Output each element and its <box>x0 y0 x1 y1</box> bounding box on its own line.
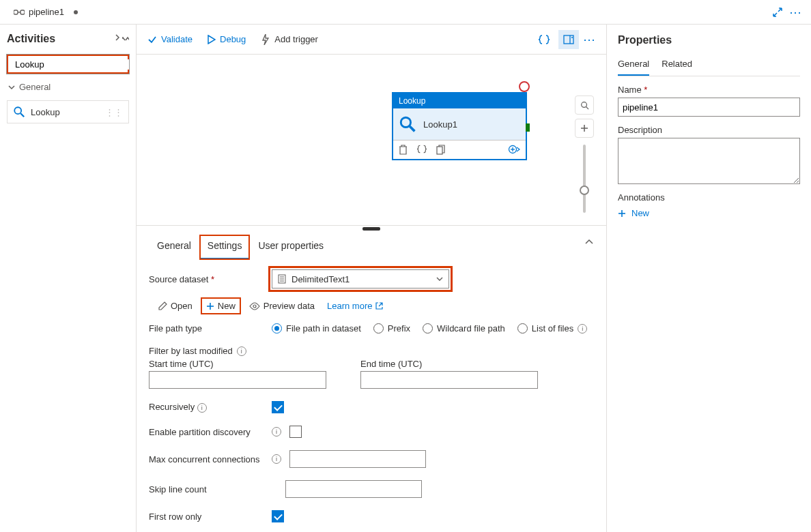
skip-line-input[interactable] <box>285 480 422 498</box>
lookup-activity-node[interactable]: Lookup Lookup1 <box>392 92 527 160</box>
new-dataset-button[interactable]: New <box>202 299 240 313</box>
zoom-thumb[interactable] <box>580 186 589 195</box>
svg-rect-0 <box>14 10 18 14</box>
zoom-in-button[interactable] <box>575 119 594 138</box>
name-label: Name * <box>618 85 800 95</box>
tab-settings[interactable]: Settings <box>199 235 251 260</box>
play-icon <box>208 35 216 44</box>
tab-bar: pipeline1 ⋯ <box>0 0 811 25</box>
lookup-icon <box>399 115 416 133</box>
edit-icon <box>158 301 167 310</box>
start-time-input[interactable] <box>149 371 326 389</box>
radio-wildcard[interactable]: Wildcard file path <box>423 323 505 334</box>
open-dataset-button[interactable]: Open <box>158 301 193 311</box>
preview-data-button[interactable]: Preview data <box>249 301 315 311</box>
code-icon[interactable] <box>417 145 427 153</box>
plus-icon <box>618 209 626 218</box>
activities-title: Activities <box>7 33 55 45</box>
source-dataset-label: Source dataset * <box>149 274 264 284</box>
plus-icon <box>580 124 588 132</box>
zoom-slider[interactable] <box>583 145 586 213</box>
braces-icon <box>539 35 550 44</box>
properties-panel: Properties General Related Name * Descri… <box>606 25 811 532</box>
recursively-checkbox[interactable] <box>272 401 284 413</box>
end-time-label: End time (UTC) <box>360 359 538 369</box>
chevron-down-icon <box>8 84 15 91</box>
external-link-icon <box>375 302 383 310</box>
start-time-label: Start time (UTC) <box>149 359 326 369</box>
info-icon[interactable]: i <box>197 403 207 413</box>
first-row-checkbox[interactable] <box>272 510 284 522</box>
success-port[interactable] <box>526 123 530 132</box>
delete-icon[interactable] <box>399 145 408 155</box>
svg-line-6 <box>20 113 24 117</box>
add-trigger-button[interactable]: Add trigger <box>261 34 318 45</box>
activities-search-input[interactable] <box>15 59 130 70</box>
end-time-input[interactable] <box>360 371 538 389</box>
check-icon <box>147 35 157 44</box>
name-input[interactable] <box>618 98 800 117</box>
collapse-panel-icon[interactable] <box>584 237 594 247</box>
source-dataset-select[interactable]: DelimitedText1 <box>272 269 449 289</box>
zoom-controls <box>575 95 594 213</box>
svg-rect-1 <box>20 10 25 14</box>
add-output-icon[interactable] <box>508 145 520 154</box>
toolbar-more-icon[interactable]: ⋯ <box>583 32 595 47</box>
svg-line-17 <box>586 106 588 109</box>
copy-icon[interactable] <box>436 145 445 155</box>
first-row-label: First row only <box>149 512 264 522</box>
partition-label: Enable partition discovery <box>149 427 264 437</box>
props-tab-general[interactable]: General <box>618 55 649 76</box>
canvas-toolbar: Validate Debug Add trigger <box>137 25 606 55</box>
lookup-activity-icon <box>13 106 25 118</box>
svg-point-16 <box>581 102 586 107</box>
info-icon[interactable]: i <box>578 324 587 334</box>
validate-button[interactable]: Validate <box>147 34 193 44</box>
source-dataset-value: DelimitedText1 <box>291 274 350 284</box>
radio-prefix[interactable]: Prefix <box>373 323 410 334</box>
info-icon[interactable]: i <box>272 454 281 464</box>
properties-pane-icon <box>563 35 574 44</box>
pipeline-icon <box>14 8 25 17</box>
properties-title: Properties <box>618 34 800 46</box>
chevron-down-icon <box>436 276 443 282</box>
svg-rect-12 <box>437 147 442 154</box>
activities-search[interactable] <box>7 55 129 74</box>
tab-user-properties[interactable]: User properties <box>250 235 332 260</box>
learn-more-link[interactable]: Learn more <box>327 301 383 311</box>
category-general[interactable]: General <box>7 78 129 96</box>
more-icon[interactable]: ⋯ <box>789 6 801 18</box>
max-conn-label: Max concurrent connections <box>149 454 264 464</box>
tab-general[interactable]: General <box>149 235 199 260</box>
properties-toggle-button[interactable] <box>558 30 579 49</box>
radio-file-path-dataset[interactable]: File path in dataset <box>272 323 361 334</box>
pipeline-tab-label: pipeline1 <box>29 7 64 17</box>
pipeline-canvas[interactable]: Lookup Lookup1 <box>137 55 606 225</box>
expand-icon[interactable] <box>773 8 782 17</box>
svg-point-26 <box>253 305 256 308</box>
preview-icon <box>249 302 260 310</box>
props-tab-related[interactable]: Related <box>661 55 692 76</box>
recursively-label: Recursively i <box>149 402 264 413</box>
unsaved-dot <box>74 10 78 14</box>
plus-icon <box>206 302 214 310</box>
svg-point-5 <box>14 107 21 114</box>
activity-settings-panel: General Settings User properties Source … <box>137 225 606 532</box>
node-name-label: Lookup1 <box>423 119 457 130</box>
info-icon[interactable]: i <box>237 346 246 356</box>
max-conn-input[interactable] <box>289 450 426 468</box>
info-icon[interactable]: i <box>272 427 281 437</box>
zoom-search-button[interactable] <box>575 95 594 115</box>
dataset-icon <box>278 274 286 284</box>
code-view-button[interactable] <box>534 30 554 49</box>
trigger-icon <box>261 34 270 45</box>
description-input[interactable] <box>618 138 800 184</box>
pipeline-tab[interactable]: pipeline1 <box>4 1 87 24</box>
add-annotation-button[interactable]: New <box>618 205 800 221</box>
radio-list-of-files[interactable]: List of files i <box>517 323 587 334</box>
partition-checkbox[interactable] <box>289 426 302 438</box>
debug-button[interactable]: Debug <box>208 34 246 44</box>
collapse-sidebar[interactable] <box>114 34 129 44</box>
svg-rect-7 <box>564 35 573 44</box>
activity-lookup-item[interactable]: Lookup ⋮⋮ <box>7 100 129 123</box>
